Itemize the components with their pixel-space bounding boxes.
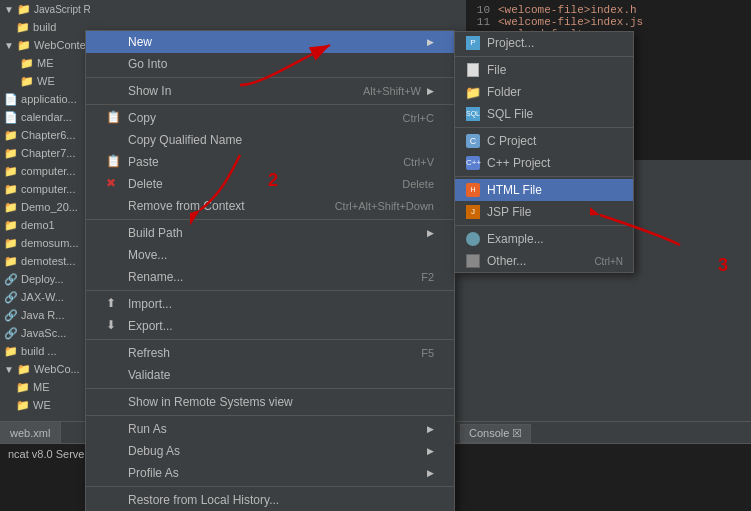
tree-item[interactable]: 📁 WE (0, 396, 90, 414)
menu-item-export[interactable]: ⬇ Export... (86, 315, 454, 337)
tree-item[interactable]: 📁 computer... (0, 180, 90, 198)
tree-item[interactable]: ▼ 📁 WebCo... (0, 360, 90, 378)
tree-item[interactable]: 📁 demo1 (0, 216, 90, 234)
tree-item[interactable]: 📄 applicatio... (0, 90, 90, 108)
tree-item[interactable]: ▼ 📁 JavaScript Resources (0, 0, 90, 18)
tree-item[interactable]: 📁 Demo_20... (0, 198, 90, 216)
gointo-icon (106, 56, 122, 72)
menu-item-paste[interactable]: 📋 Paste Ctrl+V (86, 151, 454, 173)
tab-console[interactable]: Console ☒ (460, 424, 531, 443)
paste-icon: 📋 (106, 154, 122, 170)
menu-item-profileas[interactable]: Profile As ▶ (86, 462, 454, 484)
tree-item[interactable]: 🔗 Deploy... (0, 270, 90, 288)
export-icon: ⬇ (106, 318, 122, 334)
tree-item[interactable]: 📁 WE (0, 72, 90, 90)
sep (455, 176, 633, 177)
sep8 (86, 486, 454, 487)
tree-item[interactable]: 📄 calendar... (0, 108, 90, 126)
menu-item-copyqualified[interactable]: Copy Qualified Name (86, 129, 454, 151)
menu-item-runas[interactable]: Run As ▶ (86, 418, 454, 440)
menu-item-debugas[interactable]: Debug As ▶ (86, 440, 454, 462)
menu-item-copy[interactable]: 📋 Copy Ctrl+C (86, 107, 454, 129)
tree-item[interactable]: 📁 demosum... (0, 234, 90, 252)
menu-item-new[interactable]: New ▶ P Project... File 📁 Folder SQL SQL… (86, 31, 454, 53)
menu-item-gointo[interactable]: Go Into (86, 53, 454, 75)
sep3 (86, 219, 454, 220)
tree-item[interactable]: 📁 Chapter6... (0, 126, 90, 144)
tree-item[interactable]: 📁 demotest... (0, 252, 90, 270)
sep2 (86, 104, 454, 105)
sep1 (86, 77, 454, 78)
menu-item-buildpath[interactable]: Build Path ▶ (86, 222, 454, 244)
sep (455, 56, 633, 57)
menu-item-delete[interactable]: ✖ Delete Delete (86, 173, 454, 195)
tree-item[interactable]: 📁 build ... (0, 342, 90, 360)
menu-item-removefromcontext[interactable]: Remove from Context Ctrl+Alt+Shift+Down (86, 195, 454, 217)
submenu-project[interactable]: P Project... (455, 32, 633, 54)
tree-item[interactable]: 📁 build (0, 18, 90, 36)
context-menu: New ▶ P Project... File 📁 Folder SQL SQL… (85, 30, 455, 511)
sep7 (86, 415, 454, 416)
delete-icon: ✖ (106, 176, 122, 192)
tree-item[interactable]: 🔗 JAX-W... (0, 288, 90, 306)
new-icon (106, 34, 122, 50)
copy-icon: 📋 (106, 110, 122, 126)
menu-item-showin[interactable]: Show In Alt+Shift+W ▶ (86, 80, 454, 102)
submenu-sql[interactable]: SQL SQL File (455, 103, 633, 125)
submenu-cproject[interactable]: C C Project (455, 130, 633, 152)
tree-item[interactable]: 📁 ME (0, 378, 90, 396)
submenu-example[interactable]: Example... (455, 228, 633, 250)
sep5 (86, 339, 454, 340)
label-number-3: 3 (718, 255, 728, 276)
menu-item-restore[interactable]: Restore from Local History... (86, 489, 454, 511)
tree-item[interactable]: 🔗 Java R... (0, 306, 90, 324)
menu-item-move[interactable]: Move... (86, 244, 454, 266)
submenu-new: P Project... File 📁 Folder SQL SQL File … (454, 31, 634, 273)
submenu-cppproject[interactable]: C++ C++ Project (455, 152, 633, 174)
tree-item[interactable]: 📁 ME (0, 54, 90, 72)
menu-item-import[interactable]: ⬆ Import... (86, 293, 454, 315)
menu-item-rename[interactable]: Rename... F2 (86, 266, 454, 288)
menu-item-showremote[interactable]: Show in Remote Systems view (86, 391, 454, 413)
menu-item-refresh[interactable]: Refresh F5 (86, 342, 454, 364)
tree-item[interactable]: 📁 Chapter7... (0, 144, 90, 162)
tree-item[interactable]: 📁 computer... (0, 162, 90, 180)
sep6 (86, 388, 454, 389)
project-tree: ▼ 📁 JavaScript Resources 📁 build ▼ 📁 Web… (0, 0, 90, 430)
import-icon: ⬆ (106, 296, 122, 312)
sep (455, 225, 633, 226)
sep (455, 127, 633, 128)
sep4 (86, 290, 454, 291)
submenu-jspfile[interactable]: J JSP File (455, 201, 633, 223)
submenu-file[interactable]: File (455, 59, 633, 81)
submenu-folder[interactable]: 📁 Folder (455, 81, 633, 103)
submenu-other[interactable]: Other... Ctrl+N (455, 250, 633, 272)
submenu-htmlfile[interactable]: H HTML File (455, 179, 633, 201)
tab-webxml[interactable]: web.xml (0, 422, 61, 443)
tree-item[interactable]: ▼ 📁 WebContent (0, 36, 90, 54)
menu-item-validate[interactable]: Validate (86, 364, 454, 386)
tree-item[interactable]: 🔗 JavaSc... (0, 324, 90, 342)
